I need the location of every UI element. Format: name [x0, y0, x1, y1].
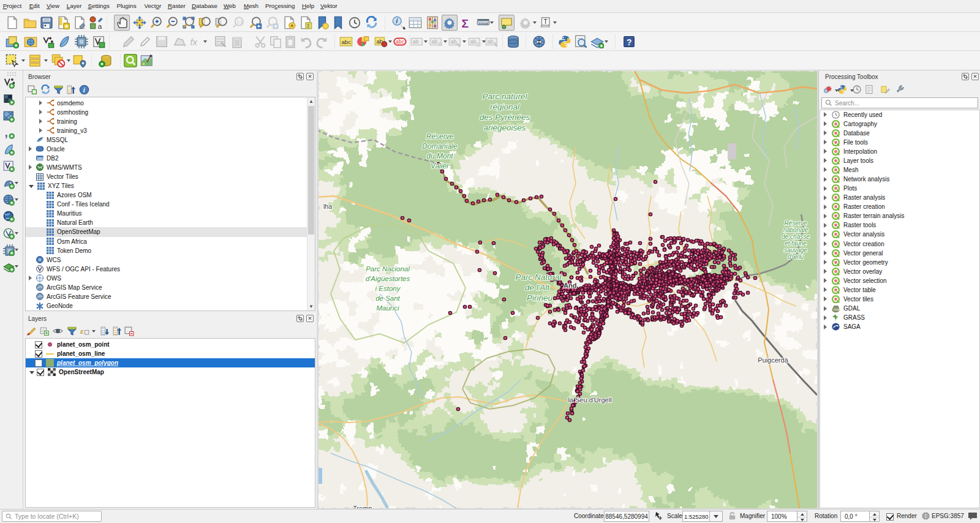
svg-text:,: ,	[5, 127, 8, 139]
svg-text:Pirineu: Pirineu	[527, 293, 553, 303]
svg-text:i Estony: i Estony	[375, 285, 401, 292]
svg-text:des Pyrénées: des Pyrénées	[480, 113, 530, 122]
svg-text:Parc Nacional: Parc Nacional	[366, 265, 410, 273]
svg-text:T: T	[543, 18, 548, 25]
svg-text:ab: ab	[470, 39, 476, 45]
svg-text:DB2: DB2	[37, 157, 43, 160]
svg-text:sauvage: sauvage	[784, 247, 807, 254]
svg-text:Parc Natural: Parc Natural	[515, 273, 562, 282]
svg-text:a: a	[98, 22, 102, 29]
svg-text:d'Orlu: d'Orlu	[788, 254, 804, 260]
svg-text:ab: ab	[431, 39, 437, 45]
svg-text:ε: ε	[80, 327, 84, 335]
svg-text:ab: ab	[450, 39, 456, 45]
svg-text:3: 3	[306, 23, 309, 29]
svg-text:abc: abc	[396, 39, 405, 45]
svg-text:du Mont: du Mont	[426, 152, 453, 160]
svg-text:Domaniale: Domaniale	[422, 142, 458, 151]
svg-text:Réserve: Réserve	[426, 132, 454, 141]
svg-text:Maurici: Maurici	[376, 304, 399, 312]
svg-text:fx: fx	[190, 37, 197, 47]
svg-text:Σ: Σ	[461, 17, 469, 29]
svg-text:abc: abc	[341, 39, 351, 45]
svg-text:de Sant: de Sant	[375, 295, 400, 302]
svg-text:d'Aigüestortes: d'Aigüestortes	[366, 275, 410, 282]
svg-text:Réserve: Réserve	[784, 220, 807, 227]
svg-text:Tremp: Tremp	[353, 505, 372, 508]
svg-text:?: ?	[627, 38, 631, 47]
svg-text:Puigcerdà: Puigcerdà	[758, 356, 788, 364]
svg-text:GDAL: GDAL	[833, 308, 840, 311]
svg-text:de chasse: de chasse	[782, 233, 810, 240]
svg-text:ab: ab	[412, 39, 418, 45]
svg-text:1:1: 1:1	[237, 20, 243, 24]
svg-text:ariégeoises: ariégeoises	[483, 123, 526, 132]
svg-text:Valier: Valier	[431, 162, 450, 170]
svg-text:And: And	[564, 282, 576, 289]
svg-text:et faune: et faune	[785, 240, 807, 247]
svg-text:la Seu d'Urgell: la Seu d'Urgell	[568, 396, 611, 404]
svg-text:régional: régional	[490, 102, 520, 111]
svg-text:Parc naturel: Parc naturel	[483, 92, 528, 101]
svg-text:de l'Alt: de l'Alt	[525, 283, 550, 292]
svg-text:ab: ab	[487, 39, 493, 45]
svg-text:lha: lha	[323, 203, 332, 210]
svg-text:nationale: nationale	[783, 227, 809, 233]
